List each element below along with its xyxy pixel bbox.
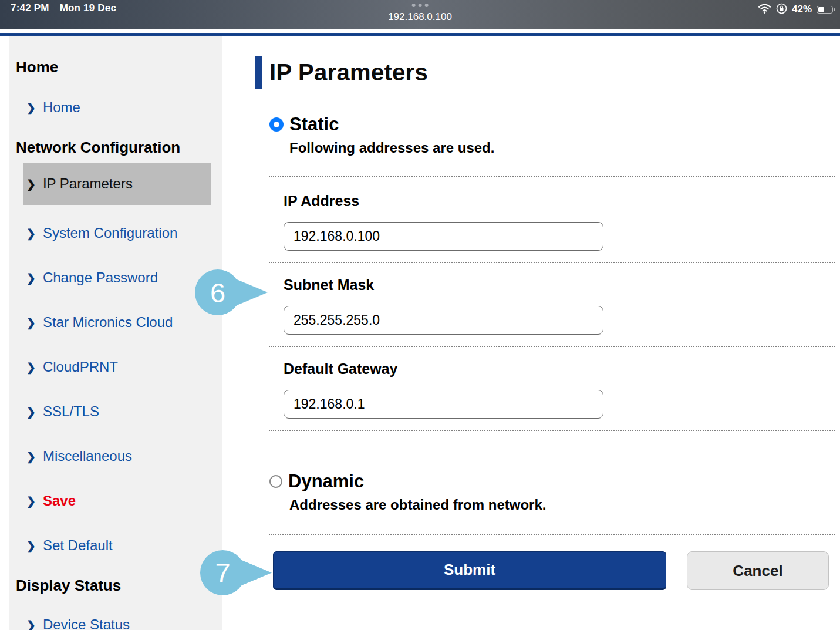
callout-number: 6 [195,269,241,315]
sidebar-item-label: Miscellaneous [43,448,132,464]
chevron-right-icon: ❯ [26,317,36,328]
divider [269,176,835,177]
sidebar-item-set-default[interactable]: ❯ Set Default [26,536,222,555]
dynamic-option-row: Dynamic [269,471,840,492]
sidebar-item-label: Change Password [43,269,158,286]
title-accent-bar [255,56,262,89]
sidebar-item-ip-parameters[interactable]: ❯ IP Parameters [23,163,211,205]
date-text: Mon 19 Dec [60,2,116,14]
wifi-icon [758,4,771,16]
sidebar-item-label: Device Status [43,616,130,630]
sidebar-item-home[interactable]: ❯ Home [26,98,222,117]
static-option-description: Following addresses are used. [289,140,840,157]
tab-overflow-icon[interactable] [388,4,452,7]
sidebar-item-label: Star Micronics Cloud [43,314,173,331]
sidebar-item-label: Home [43,99,80,116]
chevron-right-icon: ❯ [26,102,36,113]
sidebar-item-ssl-tls[interactable]: ❯ SSL/TLS [26,402,222,421]
sidebar-item-label: CloudPRNT [43,359,118,375]
status-left: 7:42 PM Mon 19 Dec [11,2,116,14]
status-bar: 7:42 PM Mon 19 Dec 192.168.0.100 42% [0,0,840,29]
sidebar-item-save[interactable]: ❯ Save [26,491,222,510]
subnet-mask-label: Subnet Mask [284,277,840,295]
sidebar-item-label: IP Parameters [43,176,133,192]
sidebar-item-cloudprnt[interactable]: ❯ CloudPRNT [26,358,222,376]
sidebar-heading-home: Home [16,58,222,76]
sidebar-heading-display-status: Display Status [16,576,222,595]
submit-button[interactable]: Submit [273,551,666,590]
page-title: IP Parameters [269,59,428,86]
static-option-row: Static [269,114,840,135]
static-option-label[interactable]: Static [289,114,339,135]
ip-parameters-panel: IP Parameters Static Following addresses… [222,36,840,630]
battery-percent-text: 42% [792,4,812,15]
divider [269,430,835,431]
clock-text: 7:42 PM [11,2,49,14]
sidebar-item-label: Save [43,493,76,509]
divider [269,262,835,263]
sidebar-item-label: System Configuration [43,225,177,241]
callout-number: 7 [200,550,245,595]
ip-address-input[interactable] [284,222,603,251]
radio-static[interactable] [269,117,284,132]
cancel-button[interactable]: Cancel [687,551,829,590]
default-gateway-input[interactable] [284,390,603,419]
chevron-right-icon: ❯ [26,540,36,551]
dynamic-option-description: Addresses are obtained from network. [289,497,840,514]
chevron-right-icon: ❯ [26,619,36,630]
battery-icon [817,6,833,14]
dynamic-option-label[interactable]: Dynamic [288,471,364,492]
chevron-right-icon: ❯ [26,496,36,507]
chevron-right-icon: ❯ [26,228,36,239]
sidebar-item-change-password[interactable]: ❯ Change Password [26,268,222,287]
sidebar-item-device-status[interactable]: ❯ Device Status [26,615,222,630]
subnet-mask-input[interactable] [284,306,603,335]
divider [269,346,835,347]
status-center: 192.168.0.100 [388,4,452,23]
radio-dynamic[interactable] [269,475,282,488]
callout-marker-6: 6 [195,269,269,315]
chevron-right-icon: ❯ [26,406,36,417]
orientation-lock-icon [776,3,787,16]
ip-address-label: IP Address [284,193,840,211]
address-url[interactable]: 192.168.0.100 [388,11,452,23]
divider [269,534,835,535]
callout-marker-7: 7 [200,550,273,595]
sidebar-nav: Home ❯ Home Network Configuration ❯ IP P… [9,36,222,630]
chevron-right-icon: ❯ [26,451,36,462]
chevron-right-icon: ❯ [26,362,36,373]
sidebar-item-label: SSL/TLS [43,403,99,420]
chevron-right-icon: ❯ [26,272,36,284]
sidebar-heading-network-configuration: Network Configuration [16,138,222,157]
chevron-right-icon: ❯ [26,178,36,190]
sidebar-item-system-configuration[interactable]: ❯ System Configuration [26,224,222,242]
status-right: 42% [758,0,833,19]
sidebar-item-miscellaneous[interactable]: ❯ Miscellaneous [26,447,222,466]
sidebar-item-star-micronics-cloud[interactable]: ❯ Star Micronics Cloud [26,313,222,332]
default-gateway-label: Default Gateway [284,361,840,379]
sidebar-item-label: Set Default [43,537,113,554]
